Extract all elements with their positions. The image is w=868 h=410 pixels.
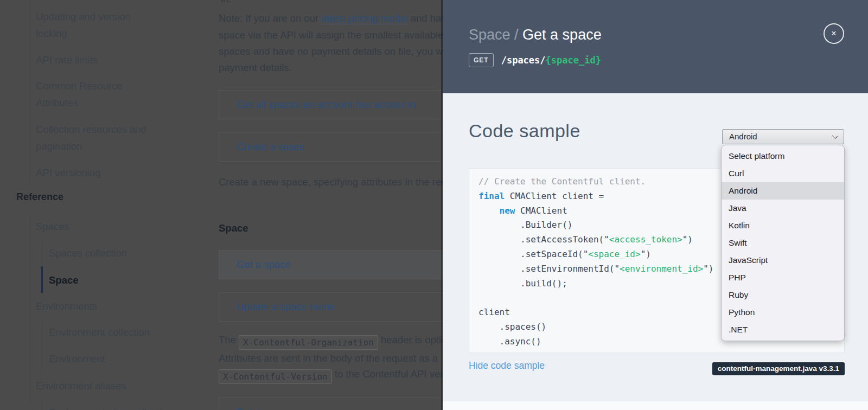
sidebar-active-rail [41,266,43,293]
code-text [478,206,500,216]
dropdown-option-ruby[interactable]: Ruby [722,286,844,304]
dropdown-option-java[interactable]: Java [722,200,844,217]
doc-note-line: Note: If you are on our latest pricing m… [219,12,443,24]
link-box-get-all-spaces[interactable]: Get all spaces an account has access to [219,90,443,119]
code-text: .build(); [478,277,713,291]
dropdown-option-select-platform[interactable]: Select platform [722,148,844,165]
dimmed-page-overlay: Updating and version locking API rate li… [0,0,443,410]
sidebar-item-api-versioning[interactable]: API versioning [36,165,100,182]
endpoint-path-base: /spaces/ [501,55,546,66]
endpoint-path-param: {space_id} [546,55,601,66]
breadcrumb: Space / Get a space [469,25,602,44]
platform-select[interactable]: Android [722,129,844,144]
link-box-label[interactable]: Get all spaces an account has access to [219,91,443,119]
sidebar-item-api-rate-limits[interactable]: API rate limits [36,52,98,69]
code-text: .setEnvironmentId(" [478,264,620,274]
code-text: .async() [478,335,713,349]
hide-code-sample-link[interactable]: Hide code sample [469,360,545,371]
note-text: and have no [408,12,443,24]
platform-dropdown-menu: Select platform Curl Android Java Kotlin… [721,145,845,341]
page-title: Get a space [522,27,602,43]
sidebar-item-space[interactable]: Space [49,272,79,289]
code-text: ") [641,249,651,259]
sidebar-item-common-resource-attributes[interactable]: Common Resource Attributes [36,78,122,111]
dropdown-option-php[interactable]: PHP [722,269,844,286]
dropdown-option-curl[interactable]: Curl [722,165,844,182]
sidebar-item-updating-and-version-locking[interactable]: Updating and version locking [36,9,131,42]
sidebar-subrail [42,240,42,266]
doc-content: in. Note: If you are on our latest prici… [219,0,443,410]
sdk-version-badge: contentful-management.java v3.3.1 [712,362,845,375]
code-text: ") [703,264,713,274]
panel-header: Space / Get a space × GET /spaces/{space… [443,0,868,93]
code-text: CMAClient [515,206,567,216]
sidebar-item-environment-collection[interactable]: Environment collection [49,324,150,341]
dropdown-option-android[interactable]: Android [722,182,844,200]
doc-note-line: payment details. [219,62,292,74]
code-text: CMAClient client = [505,191,604,201]
platform-select-value: Android [729,132,757,141]
code-keyword: final [478,191,505,201]
screen: Updating and version locking API rate li… [0,0,868,410]
link-box-delete-a-space[interactable]: Delete a space [219,398,443,410]
code-text: .spaces() [478,320,713,335]
doc-paragraph: Attributes are sent in the body of the r… [219,353,438,364]
code-block: // Create the Contentful client. final C… [478,175,713,349]
sidebar-subrail [42,321,42,373]
link-box-get-a-space[interactable]: Get a space [219,250,443,279]
doc-paragraph: X-Contentful-Version to the Contentful A… [219,368,443,384]
space-section-heading: Space [219,222,248,234]
close-icon[interactable]: × [824,23,844,44]
code-placeholder-token: <space_id> [588,249,640,259]
code-placeholder-token: <access_token> [609,234,682,245]
link-box-label[interactable]: Get a space [219,251,443,279]
sidebar-rail [30,0,30,186]
next-section-strip [443,401,868,410]
code-keyword: new [500,206,515,216]
chevron-down-icon [832,133,838,139]
code-text: .setSpaceId(" [478,249,588,259]
sidebar-item-environment-aliases[interactable]: Environment aliases [36,378,126,395]
code-text: client [478,305,713,320]
inline-code-chip: X-Contentful-Organization [239,335,378,350]
sidebar-item-collection-resources-and-pagination[interactable]: Collection resources and pagination [36,121,146,155]
doc-paragraph: The X-Contentful-Organization header is … [219,334,443,350]
latest-pricing-model-link[interactable]: latest pricing model [321,12,407,24]
link-box-label[interactable]: Update a space name [219,293,443,321]
breadcrumb-separator: / [510,27,523,43]
dropdown-option-javascript[interactable]: JavaScript [722,252,844,269]
doc-text: to the Contentful API version [332,368,443,380]
dropdown-option-kotlin[interactable]: Kotlin [722,217,844,234]
link-box-label[interactable]: Create a space [219,133,443,161]
sidebar-item-spaces[interactable]: Spaces [36,219,69,235]
api-detail-panel: Space / Get a space × GET /spaces/{space… [443,0,868,410]
doc-text: The [219,334,239,345]
doc-note-line: space via the API will assign the smalle… [219,29,443,41]
code-text: ") [682,234,693,245]
http-method-badge: GET [469,53,494,67]
code-placeholder-token: <environment_id> [620,264,703,274]
note-text: Note: If you are on our [219,12,321,24]
inline-code-chip: X-Contentful-Version [219,369,332,384]
endpoint-row: GET /spaces/{space_id} [469,53,601,67]
sidebar-rail [30,214,30,404]
sidebar-item-environment[interactable]: Environment [49,351,105,368]
code-sample-heading: Code sample [469,120,580,142]
code-comment: // Create the Contentful client. [478,176,646,187]
dropdown-option-swift[interactable]: Swift [722,234,844,252]
sidebar-item-environment-alias-collection[interactable]: Environment alias collection [49,405,173,410]
dropdown-option-dotnet[interactable]: .NET [722,321,844,338]
sidebar-subrail [42,400,42,410]
doc-paragraph-clipped: in. [221,0,232,5]
link-box-create-a-space[interactable]: Create a space [219,132,443,162]
doc-paragraph: Create a new space, specifying attribute… [219,176,443,188]
breadcrumb-parent: Space [469,27,510,43]
sidebar-item-environments[interactable]: Environments [36,298,97,315]
link-box-update-a-space-name[interactable]: Update a space name [219,292,443,322]
doc-note-line: spaces and have no payment details on fi… [219,46,443,57]
link-box-label[interactable]: Delete a space [219,398,443,410]
dropdown-option-python[interactable]: Python [722,304,844,321]
sidebar-section-reference: Reference [16,191,63,203]
code-text: .Builder() [478,218,713,233]
sidebar-item-spaces-collection[interactable]: Spaces collection [49,245,127,262]
